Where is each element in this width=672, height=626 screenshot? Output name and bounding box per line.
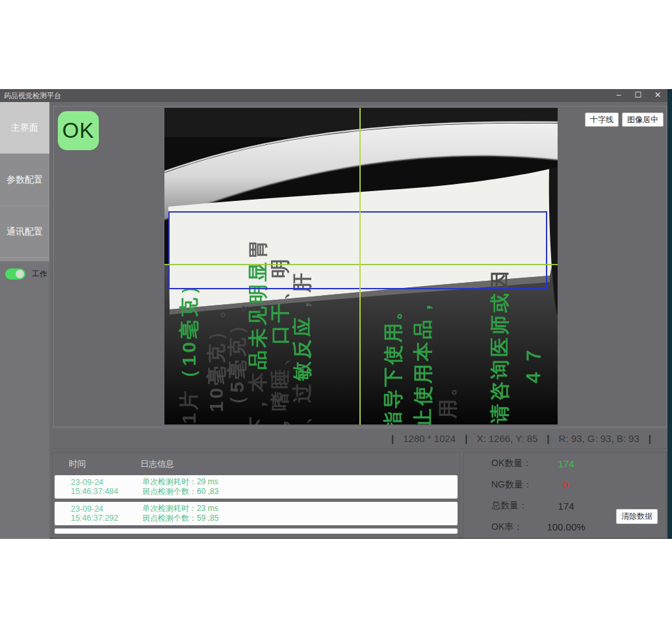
sidebar: 主界面参数配置通讯配置 工作 [0, 102, 49, 539]
roi-rectangle [168, 211, 547, 289]
work-toggle-knob [16, 270, 24, 278]
status-separator: | [465, 433, 467, 444]
status-separator: | [391, 433, 394, 444]
detected-text-column: 、过敏反应，肝 [289, 270, 316, 424]
stat-row: OK数量：174 [463, 457, 666, 470]
crosshair-vertical-line [359, 108, 361, 424]
status-separator: | [547, 433, 549, 444]
sidebar-item-label: 主界面 [11, 122, 38, 134]
log-header-time: 时间 [53, 458, 140, 470]
detected-text-segment: (1片 [178, 388, 200, 424]
crosshair-horizontal-line [164, 264, 558, 265]
log-header: 时间 日志信息 [53, 452, 459, 475]
window-title: 药品视觉检测平台 [0, 91, 609, 101]
status-bar: |1280 * 1024|X: 1266, Y: 85|R: 93, G: 93… [51, 428, 667, 449]
status-segment: 1280 * 1024 [403, 433, 456, 444]
center-image-button[interactable]: 图像居中 [622, 112, 664, 127]
detected-text-column: (1片（10毫克） [176, 273, 203, 424]
log-row-message: 单次检测耗时：23 ms斑点检测个数：59 ,85 [142, 504, 218, 523]
stat-label: OK率： [491, 521, 523, 533]
work-toggle-row: 工作 [5, 268, 47, 280]
stat-label: 总数量： [491, 500, 528, 512]
close-icon[interactable]: ✕ [648, 89, 667, 102]
detected-text-column: 指导下使用。 [380, 298, 407, 424]
screen-edge [667, 89, 672, 539]
detected-text-segment: 用。 [437, 374, 458, 419]
log-row-time: 23-09-24 15:46:37:292 [55, 504, 142, 523]
sidebar-item-label: 参数配置 [6, 174, 43, 186]
stats-panel: OK数量：174NG数量：0总数量：174OK率：100.00% 清除数据 [463, 452, 667, 538]
detected-text-segment: 指导下使用。 [382, 298, 404, 424]
log-row[interactable]: 23-09-24 15:46:37:484单次检测耗时：29 ms斑点检测个数：… [55, 475, 458, 499]
detected-text-column: 止使用本品， [410, 295, 437, 424]
detected-text-column: ４７ [521, 343, 547, 387]
detected-text-segment: ，嗜睡、 [269, 345, 291, 424]
stat-value: 174 [527, 458, 605, 469]
stat-label: OK数量： [491, 458, 532, 469]
stat-value: 174 [527, 501, 605, 512]
log-row[interactable]: 23-09-24 15:46:37:292单次检测耗时：23 ms斑点检测个数：… [55, 502, 458, 525]
work-toggle[interactable] [5, 268, 25, 280]
app-window: 药品视觉检测平台 – ☐ ✕ 主界面参数配置通讯配置 工作 OK 十字线 图像居… [0, 89, 667, 539]
status-separator: | [649, 433, 651, 444]
log-header-message: 日志信息 [140, 458, 174, 470]
sidebar-item-1[interactable]: 参数配置 [0, 154, 49, 206]
sidebar-item-2[interactable]: 通讯配置 [0, 206, 49, 258]
result-badge: OK [58, 111, 99, 150]
log-panel: 时间 日志信息 23-09-24 15:46:37:484单次检测耗时：29 m… [52, 452, 460, 538]
detected-text-segment: 请咨询医师或 [489, 291, 510, 423]
log-row-message: 单次检测耗时：29 ms斑点检测个数：60 ,83 [142, 477, 218, 497]
detected-text-segment: ４７ [523, 343, 544, 387]
detected-text-segment: 止使用本品， [412, 295, 433, 424]
sidebar-item-label: 通讯配置 [6, 226, 43, 238]
crosshair-button[interactable]: 十字线 [585, 112, 619, 127]
status-segment: R: 93, G: 93, B: 93 [559, 433, 640, 444]
detected-text-column: 用。 [435, 374, 461, 419]
work-toggle-label: 工作 [32, 268, 47, 280]
camera-view[interactable]: (1片（10毫克）10毫克）。（5毫克）。下，本品未见明显胃，嗜睡、口干、明、过… [164, 108, 558, 424]
log-row-time: 23-09-24 15:46:37:484 [55, 478, 142, 496]
stat-label: NG数量： [491, 479, 532, 491]
stat-row: NG数量：0 [463, 478, 666, 491]
image-panel: OK 十字线 图像居中 [53, 106, 667, 427]
detected-text-segment: 下，本 [247, 370, 268, 424]
sidebar-item-0[interactable]: 主界面 [0, 102, 49, 154]
clear-data-button[interactable]: 清除数据 [616, 509, 658, 524]
titlebar: 药品视觉检测平台 – ☐ ✕ [0, 89, 667, 102]
detected-text-segment: 口干 [269, 300, 291, 345]
stat-value: 0 [527, 479, 605, 490]
stat-value: 100.00% [527, 521, 605, 532]
detected-text-segment: 敏反应 [291, 315, 313, 381]
maximize-icon[interactable]: ☐ [628, 89, 648, 102]
image-toolbar: 十字线 图像居中 [585, 112, 664, 127]
status-segment: X: 1266, Y: 85 [476, 433, 537, 444]
detected-text-segment: （10毫克） [178, 273, 200, 388]
detected-text-segment: 、过 [291, 381, 313, 424]
log-row-partial [55, 528, 458, 534]
minimize-icon[interactable]: – [609, 89, 628, 102]
detected-text-column: 请咨询医师或因 [487, 268, 513, 423]
